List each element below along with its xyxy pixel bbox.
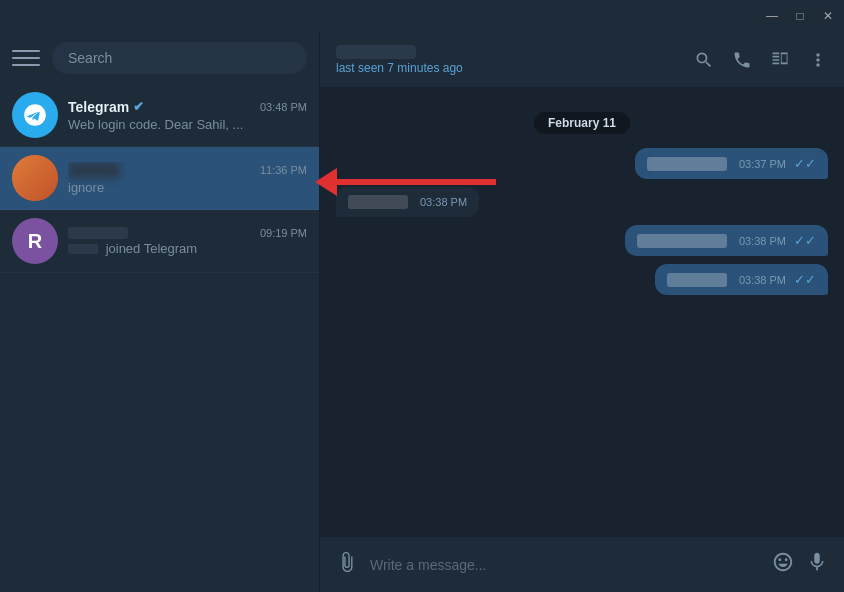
message-text-blurred [647,157,727,171]
jasmine-chat-time: 11:36 PM [260,164,307,176]
search-input[interactable] [52,42,307,74]
r-chat-name [68,227,128,239]
chat-header-info: last seen 7 minutes ago [336,45,682,75]
chat-item-telegram[interactable]: Telegram ✔ 03:48 PM Web login code. Dear… [0,84,319,147]
telegram-chat-info: Telegram ✔ 03:48 PM Web login code. Dear… [68,99,307,132]
message-text-blurred-incoming [348,195,408,209]
message-time-1: 03:37 PM [739,158,786,170]
message-text-blurred-3 [667,273,727,287]
chat-header-name [336,45,416,59]
close-button[interactable]: ✕ [820,8,836,24]
message-bubble-outgoing-1: 03:37 PM ✓✓ [635,148,828,179]
avatar-r: R [12,218,58,264]
telegram-chat-time: 03:48 PM [260,101,307,113]
phone-icon[interactable] [732,50,752,70]
message-ticks-1: ✓✓ [794,156,816,171]
chat-item-jasmine[interactable]: jasmine 11:36 PM ignore [0,147,319,210]
message-text-blurred-2 [637,234,727,248]
chat-item-r[interactable]: R 09:19 PM joined Telegram [0,210,319,273]
emoji-icon[interactable] [772,551,794,578]
date-badge: February 11 [534,112,630,134]
avatar-telegram [12,92,58,138]
jasmine-chat-preview: ignore [68,180,307,195]
jasmine-chat-info: jasmine 11:36 PM ignore [68,162,307,195]
message-time-incoming: 03:38 PM [420,196,467,208]
message-row-outgoing-2: 03:38 PM ✓✓ [336,225,828,256]
attach-icon[interactable] [336,551,358,578]
layout-icon[interactable] [770,50,790,70]
message-ticks-3: ✓✓ [794,272,816,287]
avatar-r-letter: R [28,230,42,253]
more-options-icon[interactable] [808,50,828,70]
app-body: Telegram ✔ 03:48 PM Web login code. Dear… [0,32,844,592]
message-time-3: 03:38 PM [739,274,786,286]
sidebar: Telegram ✔ 03:48 PM Web login code. Dear… [0,32,320,592]
chat-panel: last seen 7 minutes ago [320,32,844,592]
search-icon[interactable] [694,50,714,70]
message-bubble-outgoing-2: 03:38 PM ✓✓ [625,225,828,256]
chat-list: Telegram ✔ 03:48 PM Web login code. Dear… [0,84,319,592]
chat-header: last seen 7 minutes ago [320,32,844,88]
r-chat-info: 09:19 PM joined Telegram [68,227,307,256]
message-row-outgoing-1: 03:37 PM ✓✓ [336,148,828,179]
header-icons [694,50,828,70]
message-row-incoming-1: 03:38 PM [336,187,828,217]
mic-icon[interactable] [806,551,828,578]
message-row-outgoing-3: 03:38 PM ✓✓ [336,264,828,295]
r-chat-time: 09:19 PM [260,227,307,239]
message-time-2: 03:38 PM [739,235,786,247]
message-input-bar [320,536,844,592]
message-input[interactable] [370,557,760,573]
title-bar: — □ ✕ [0,0,844,32]
avatar-jasmine [12,155,58,201]
r-chat-preview: joined Telegram [68,241,307,256]
telegram-chat-preview: Web login code. Dear Sahil, ... [68,117,307,132]
message-bubble-outgoing-3: 03:38 PM ✓✓ [655,264,828,295]
chat-header-status: last seen 7 minutes ago [336,61,682,75]
message-bubble-incoming-1: 03:38 PM [336,187,479,217]
minimize-button[interactable]: — [764,8,780,24]
sidebar-header [0,32,319,84]
message-ticks-2: ✓✓ [794,233,816,248]
jasmine-chat-name: jasmine [68,162,120,178]
maximize-button[interactable]: □ [792,8,808,24]
verified-badge: ✔ [133,99,144,114]
telegram-chat-name: Telegram ✔ [68,99,144,115]
hamburger-button[interactable] [12,44,40,72]
messages-area: February 11 03:37 PM ✓✓ 03:38 PM [320,88,844,536]
